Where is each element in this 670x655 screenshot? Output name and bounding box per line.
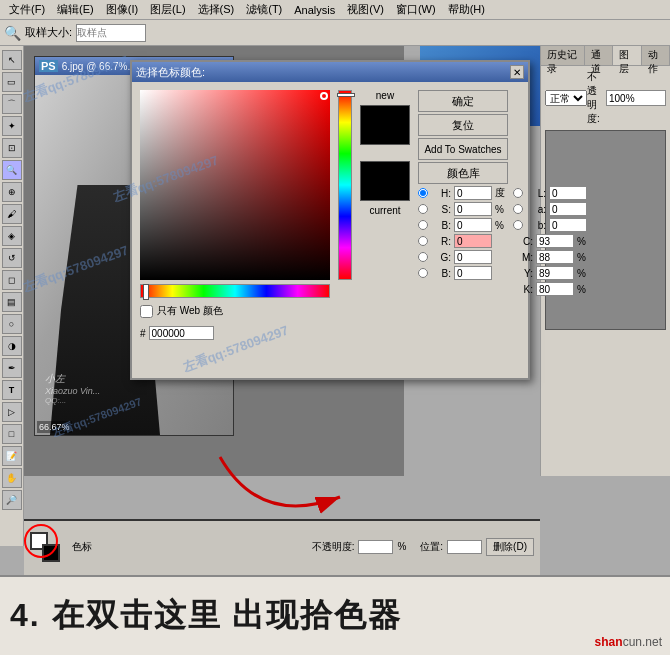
green-input[interactable] — [454, 250, 492, 264]
color-library-button[interactable]: 颜色库 — [418, 162, 508, 184]
vertical-hue-bar[interactable] — [338, 90, 352, 280]
color-fields-right: L: a: b: C: — [513, 186, 589, 296]
shancun-logo: shancun.net — [595, 635, 662, 649]
tab-actions[interactable]: 动作 — [642, 46, 670, 65]
opacity-label: 不透明度: — [587, 70, 606, 126]
image-text-overlay: 小左 Xiaozuo Vin... QQ:... — [45, 372, 100, 405]
move-tool[interactable]: ↖ — [2, 50, 22, 70]
brightness-radio[interactable] — [418, 220, 428, 230]
a-radio[interactable] — [513, 204, 523, 214]
menu-analysis[interactable]: Analysis — [289, 3, 340, 17]
color-picker-close-button[interactable]: ✕ — [510, 65, 524, 79]
Y-label: Y: — [513, 268, 533, 279]
ok-button[interactable]: 确定 — [418, 90, 508, 112]
opacity-input[interactable] — [606, 90, 666, 106]
eyedropper-tool[interactable]: 🔍 — [2, 160, 22, 180]
menu-select[interactable]: 选择(S) — [193, 1, 240, 18]
brightness-input[interactable] — [454, 218, 492, 232]
K-label: K: — [513, 284, 533, 295]
brush-tool[interactable]: 🖌 — [2, 204, 22, 224]
pen-tool[interactable]: ✒ — [2, 358, 22, 378]
menu-layer[interactable]: 图层(L) — [145, 1, 190, 18]
menu-edit[interactable]: 编辑(E) — [52, 1, 99, 18]
color-fields-section: H: 度 S: % B: % — [418, 186, 589, 296]
M-input[interactable] — [536, 250, 574, 264]
opacity-value-input[interactable] — [358, 540, 393, 554]
sample-size-input[interactable] — [76, 24, 146, 42]
stamp-tool[interactable]: ◈ — [2, 226, 22, 246]
crop-tool[interactable]: ⊡ — [2, 138, 22, 158]
tool-panel: ↖ ▭ ⌒ ✦ ⊡ 🔍 ⊕ 🖌 ◈ ↺ ◻ ▤ ○ ◑ ✒ T ▷ □ 📝 ✋ … — [0, 46, 24, 546]
hue-slider[interactable] — [140, 284, 330, 298]
web-only-checkbox[interactable] — [140, 305, 153, 318]
current-swatch-label: current — [369, 205, 400, 216]
b2-input[interactable] — [549, 218, 587, 232]
color-gradient-box[interactable] — [140, 90, 330, 280]
current-color-swatch — [360, 161, 410, 201]
menu-view[interactable]: 视图(V) — [342, 1, 389, 18]
web-only-row: 只有 Web 颜色 — [140, 304, 330, 318]
tab-channels[interactable]: 通道 — [585, 46, 613, 65]
blue-input[interactable] — [454, 266, 492, 280]
hex-row: # — [140, 326, 330, 340]
reset-button[interactable]: 复位 — [418, 114, 508, 136]
red-radio[interactable] — [418, 236, 428, 246]
tab-layers[interactable]: 图层 — [613, 46, 641, 65]
Y-field-row: Y: % — [513, 266, 589, 280]
K-unit: % — [577, 284, 589, 295]
brightness-unit: % — [495, 220, 507, 231]
Y-input[interactable] — [536, 266, 574, 280]
C-input[interactable] — [536, 234, 574, 248]
b2-radio[interactable] — [513, 220, 523, 230]
bottom-bar: 色标 不透明度: % 位置: 删除(D) — [24, 519, 540, 575]
bottom-bar-row1: 色标 不透明度: % 位置: 删除(D) — [30, 532, 534, 562]
history-tool[interactable]: ↺ — [2, 248, 22, 268]
hue-radio[interactable] — [418, 188, 428, 198]
menu-file[interactable]: 文件(F) — [4, 1, 50, 18]
hex-hash: # — [140, 328, 146, 339]
saturation-input[interactable] — [454, 202, 492, 216]
M-field-row: M: % — [513, 250, 589, 264]
eraser-tool[interactable]: ◻ — [2, 270, 22, 290]
text-tool[interactable]: T — [2, 380, 22, 400]
path-tool[interactable]: ▷ — [2, 402, 22, 422]
L-radio[interactable] — [513, 188, 523, 198]
L-input[interactable] — [549, 186, 587, 200]
right-tabs: 历史记录 通道 图层 动作 — [541, 46, 670, 66]
gradient-tool[interactable]: ▤ — [2, 292, 22, 312]
a-input[interactable] — [549, 202, 587, 216]
shape-tool[interactable]: □ — [2, 424, 22, 444]
blue-label: B: — [431, 268, 451, 279]
delete-button[interactable]: 删除(D) — [486, 538, 534, 556]
hue-input[interactable] — [454, 186, 492, 200]
notes-tool[interactable]: 📝 — [2, 446, 22, 466]
menu-filter[interactable]: 滤镜(T) — [241, 1, 287, 18]
blur-tool[interactable]: ○ — [2, 314, 22, 334]
menu-help[interactable]: 帮助(H) — [443, 1, 490, 18]
hex-input[interactable] — [149, 326, 214, 340]
marquee-tool[interactable]: ▭ — [2, 72, 22, 92]
annotation-text: 4. 在双击这里 出现拾色器 — [10, 594, 402, 638]
menu-window[interactable]: 窗口(W) — [391, 1, 441, 18]
lasso-tool[interactable]: ⌒ — [2, 94, 22, 114]
b2-field-row: b: — [513, 218, 589, 232]
red-input[interactable] — [454, 234, 492, 248]
add-to-swatches-button[interactable]: Add To Swatches — [418, 138, 508, 160]
K-input[interactable] — [536, 282, 574, 296]
green-radio[interactable] — [418, 252, 428, 262]
dodge-tool[interactable]: ◑ — [2, 336, 22, 356]
hand-tool[interactable]: ✋ — [2, 468, 22, 488]
menu-image[interactable]: 图像(I) — [101, 1, 143, 18]
C-unit: % — [577, 236, 589, 247]
saturation-radio[interactable] — [418, 204, 428, 214]
blue-radio[interactable] — [418, 268, 428, 278]
sample-size-label: 取样大小: — [25, 25, 72, 40]
new-swatch-label: new — [376, 90, 394, 101]
magic-wand-tool[interactable]: ✦ — [2, 116, 22, 136]
tab-history[interactable]: 历史记录 — [541, 46, 585, 65]
color-picker-body: 只有 Web 颜色 # new current 确定 复位 Add To Swa — [132, 82, 528, 378]
zoom-tool[interactable]: 🔎 — [2, 490, 22, 510]
pos-input[interactable] — [447, 540, 482, 554]
healing-tool[interactable]: ⊕ — [2, 182, 22, 202]
color-swatches-indicator[interactable] — [30, 532, 60, 562]
